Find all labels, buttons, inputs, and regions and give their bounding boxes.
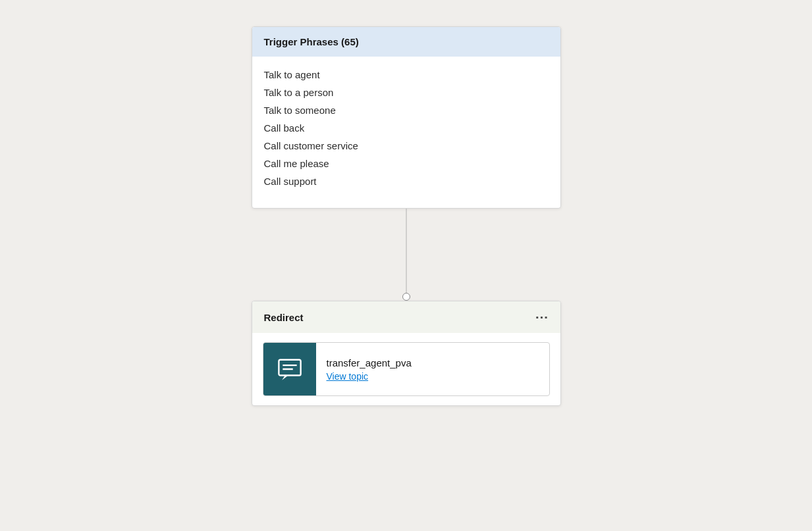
redirect-body: transfer_agent_pva View topic bbox=[252, 333, 560, 405]
list-item: Call support bbox=[264, 172, 549, 190]
svg-rect-0 bbox=[279, 360, 300, 376]
list-item: Call me please bbox=[264, 155, 549, 172]
trigger-phrases-header: Trigger Phrases (65) bbox=[252, 27, 560, 57]
redirect-header: Redirect ⋯ bbox=[252, 301, 560, 333]
trigger-phrases-body: Talk to agentTalk to a personTalk to som… bbox=[252, 57, 560, 208]
redirect-card: Redirect ⋯ transfer_agent_pva View topic bbox=[252, 301, 561, 406]
list-item: Call back bbox=[264, 119, 549, 137]
view-topic-link[interactable]: View topic bbox=[327, 371, 412, 382]
trigger-phrases-title: Trigger Phrases (65) bbox=[264, 36, 359, 47]
topic-name: transfer_agent_pva bbox=[327, 357, 412, 368]
list-item: Talk to someone bbox=[264, 101, 549, 119]
list-item: Call customer service bbox=[264, 137, 549, 155]
topic-card: transfer_agent_pva View topic bbox=[263, 342, 550, 396]
chat-icon bbox=[277, 357, 302, 382]
phrases-list[interactable]: Talk to agentTalk to a personTalk to som… bbox=[252, 57, 560, 208]
canvas: Trigger Phrases (65) Talk to agentTalk t… bbox=[0, 26, 812, 406]
redirect-title: Redirect bbox=[264, 312, 304, 323]
list-item: Talk to a person bbox=[264, 84, 549, 101]
trigger-phrases-card: Trigger Phrases (65) Talk to agentTalk t… bbox=[252, 26, 561, 209]
topic-info: transfer_agent_pva View topic bbox=[316, 349, 422, 390]
more-options-icon[interactable]: ⋯ bbox=[535, 311, 549, 324]
topic-icon-box bbox=[263, 343, 316, 395]
list-item: Talk to agent bbox=[264, 66, 549, 84]
connector-circle bbox=[402, 293, 410, 301]
